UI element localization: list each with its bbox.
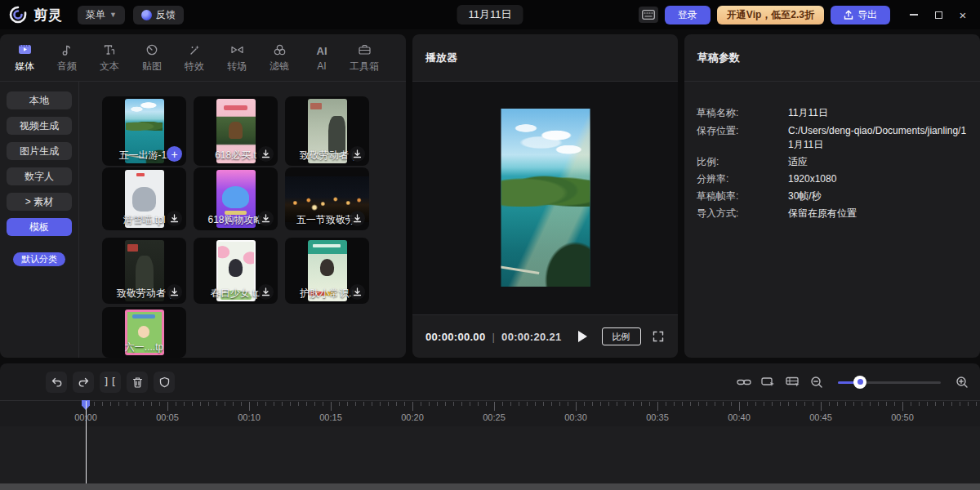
- minimize-button[interactable]: [903, 4, 924, 25]
- play-button[interactable]: [578, 331, 587, 342]
- download-button[interactable]: [350, 284, 365, 300]
- vip-button[interactable]: 开通Vip，低至2.3折: [717, 6, 824, 24]
- download-button[interactable]: [258, 146, 274, 162]
- split-button[interactable]: ][: [100, 372, 121, 393]
- zoom-in-button[interactable]: [956, 376, 969, 389]
- preview-axis-button[interactable]: [786, 376, 800, 388]
- fullscreen-button[interactable]: [653, 331, 664, 342]
- download-button[interactable]: [350, 146, 365, 162]
- menu-button[interactable]: 菜单 ▼: [78, 6, 125, 24]
- ruler-tick: [372, 402, 372, 406]
- timeline-zoom-slider[interactable]: [838, 376, 941, 389]
- sidebar-item-templates[interactable]: 模板: [7, 218, 72, 236]
- sidebar-item-assets[interactable]: > 素材: [7, 193, 72, 211]
- shortcut-keyboard-button[interactable]: [639, 7, 658, 23]
- tab-filter[interactable]: 滤镜: [258, 42, 301, 74]
- param-label: 导入方式:: [697, 207, 788, 220]
- tab-ai[interactable]: AI AI: [301, 43, 343, 72]
- shield-icon: [159, 376, 170, 388]
- undo-button[interactable]: [46, 372, 67, 393]
- zoom-out-button[interactable]: [810, 376, 823, 389]
- ruler-tick: [625, 402, 626, 406]
- param-value[interactable]: 30帧/秒: [788, 189, 822, 203]
- feedback-button[interactable]: 反馈: [133, 6, 184, 24]
- ruler-tick: [184, 402, 185, 406]
- sidebar-item-video-gen[interactable]: 视频生成: [7, 117, 72, 135]
- magic-wand-icon: [188, 42, 201, 57]
- template-item[interactable]: 滑雪喵.tpl: [102, 167, 186, 230]
- slider-thumb[interactable]: [853, 376, 866, 389]
- close-button[interactable]: ×: [952, 4, 973, 25]
- tab-audio[interactable]: 音频: [46, 42, 88, 74]
- magnet-snap-button[interactable]: [761, 376, 776, 388]
- template-item[interactable]: 618购物攻略: [194, 167, 278, 230]
- template-item[interactable]: 致敬劳动者 (: [102, 238, 186, 304]
- ruler-label: 00:25: [483, 412, 506, 422]
- timeline-scrollbar[interactable]: [0, 483, 980, 490]
- ruler-tick: [649, 402, 650, 406]
- param-value[interactable]: 适应: [788, 155, 808, 169]
- timeline-tracks[interactable]: [0, 426, 980, 483]
- feedback-label: 反馈: [156, 8, 176, 22]
- tab-effects[interactable]: 特效: [173, 42, 216, 74]
- shield-button[interactable]: [154, 372, 175, 393]
- sidebar-item-local[interactable]: 本地: [7, 91, 72, 109]
- download-icon: [353, 149, 362, 158]
- menu-label: 菜单: [86, 8, 105, 22]
- transition-icon: [230, 42, 244, 57]
- template-item[interactable]: 春日少女.tp: [194, 238, 278, 304]
- delete-button[interactable]: [127, 372, 148, 393]
- param-value[interactable]: 保留在原有位置: [788, 207, 857, 220]
- export-icon: [844, 10, 853, 20]
- download-button[interactable]: [258, 284, 274, 300]
- player-viewport[interactable]: [412, 82, 678, 314]
- download-button[interactable]: [258, 211, 274, 226]
- ruler-label: 00:15: [319, 412, 342, 422]
- tab-label: 滤镜: [270, 60, 289, 74]
- template-item[interactable]: 致敬劳动者 (: [285, 96, 369, 166]
- export-button[interactable]: 导出: [831, 6, 890, 24]
- timeline-ruler[interactable]: 00:0000:0500:1000:1500:2000:2500:3000:35…: [0, 400, 980, 426]
- sidebar-item-image-gen[interactable]: 图片生成: [7, 142, 72, 160]
- ruler-tick: [657, 402, 658, 411]
- add-to-track-button[interactable]: +: [167, 146, 182, 162]
- ruler-tick: [535, 402, 536, 406]
- login-button[interactable]: 登录: [665, 6, 710, 24]
- link-icon: [737, 376, 751, 388]
- ratio-button[interactable]: 比例: [602, 327, 641, 345]
- ruler-tick: [935, 402, 936, 406]
- param-value[interactable]: 1920x1080: [788, 172, 836, 186]
- current-time: 00:00:00.00: [425, 331, 485, 343]
- playhead-line: [86, 401, 87, 483]
- ruler-tick: [951, 402, 952, 406]
- ruler-tick: [151, 402, 152, 406]
- video-preview[interactable]: [501, 109, 590, 287]
- maximize-button[interactable]: [928, 4, 949, 25]
- redo-button[interactable]: [73, 372, 94, 393]
- ruler-tick: [118, 402, 119, 406]
- preview-art-islands: [501, 171, 590, 207]
- download-button[interactable]: [167, 211, 182, 226]
- ruler-tick: [617, 402, 617, 406]
- download-button[interactable]: [350, 211, 365, 226]
- template-item[interactable]: 五一节致敬劳.: [285, 167, 369, 230]
- tab-toolbox[interactable]: 工具箱: [343, 42, 385, 74]
- draft-params-panel: 草稿参数 草稿名称: 11月11日 保存位置: C:/Users/deng-qi…: [684, 34, 980, 358]
- download-button[interactable]: [167, 284, 182, 300]
- tab-sticker[interactable]: 贴图: [131, 42, 173, 74]
- sidebar-item-digital-human[interactable]: 数字人: [7, 167, 72, 185]
- ruler-tick: [878, 402, 879, 406]
- tab-text[interactable]: 文本: [88, 42, 131, 74]
- tab-transition[interactable]: 转场: [216, 42, 258, 74]
- template-item[interactable]: 五一出游-1. +: [102, 96, 186, 166]
- link-toggle-button[interactable]: [737, 376, 751, 388]
- ruler-tick: [323, 402, 323, 406]
- template-item[interactable]: 六一....tp: [102, 307, 186, 358]
- ruler-tick: [127, 402, 127, 406]
- default-category-tag[interactable]: 默认分类: [13, 252, 65, 266]
- template-item[interactable]: 护肤小常识.t: [285, 238, 369, 304]
- template-item[interactable]: 618必买.t: [194, 96, 278, 166]
- trash-icon: [132, 376, 143, 388]
- ruler-tick: [739, 402, 740, 411]
- tab-media[interactable]: 媒体: [3, 42, 46, 74]
